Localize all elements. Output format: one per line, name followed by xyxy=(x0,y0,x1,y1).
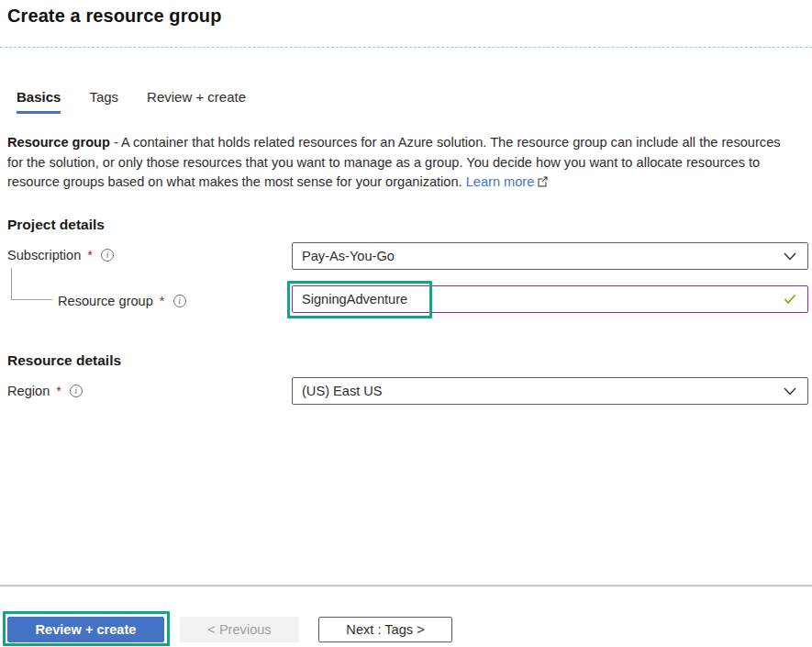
resource-details-heading: Resource details xyxy=(7,352,121,369)
required-asterisk: * xyxy=(56,384,61,398)
region-label: Region*i xyxy=(7,384,83,398)
region-value: (US) East US xyxy=(302,384,784,398)
subscription-value: Pay-As-You-Go xyxy=(302,249,784,263)
chevron-down-icon xyxy=(784,252,796,261)
resource-group-description: Resource group - A container that holds … xyxy=(7,133,793,194)
checkmark-icon xyxy=(784,294,796,305)
required-asterisk: * xyxy=(160,294,165,308)
resource-group-value: SigningAdventure xyxy=(302,292,784,307)
resource-group-label: Resource group*i xyxy=(58,294,186,308)
header-dashed-divider xyxy=(0,47,812,48)
tab-basics[interactable]: Basics xyxy=(17,89,61,114)
info-icon[interactable]: i xyxy=(70,385,83,397)
subscription-label: Subscription*i xyxy=(7,248,114,262)
required-asterisk: * xyxy=(87,248,93,262)
tab-review-create[interactable]: Review + create xyxy=(147,89,246,114)
subscription-resource-group-connector xyxy=(11,268,52,300)
description-body: - A container that holds related resourc… xyxy=(7,135,781,189)
learn-more-link[interactable]: Learn more xyxy=(466,174,535,189)
previous-button[interactable]: < Previous xyxy=(180,617,299,642)
tab-tags[interactable]: Tags xyxy=(89,89,118,114)
subscription-dropdown[interactable]: Pay-As-You-Go xyxy=(292,242,808,270)
info-icon[interactable]: i xyxy=(173,295,186,307)
info-icon[interactable]: i xyxy=(101,249,114,262)
page-title: Create a resource group xyxy=(7,6,222,27)
region-dropdown[interactable]: (US) East US xyxy=(292,377,808,405)
description-lead: Resource group xyxy=(7,135,110,150)
external-link-icon xyxy=(537,173,549,194)
project-details-heading: Project details xyxy=(7,217,105,233)
review-create-button[interactable]: Review + create xyxy=(7,617,164,642)
footer-divider xyxy=(0,585,812,586)
chevron-down-icon xyxy=(784,387,796,396)
create-resource-group-page: Create a resource group Basics Tags Revi… xyxy=(0,0,812,647)
resource-group-input[interactable]: SigningAdventure xyxy=(292,285,808,313)
next-tags-button[interactable]: Next : Tags > xyxy=(318,617,452,642)
wizard-tabbar: Basics Tags Review + create xyxy=(17,89,246,114)
